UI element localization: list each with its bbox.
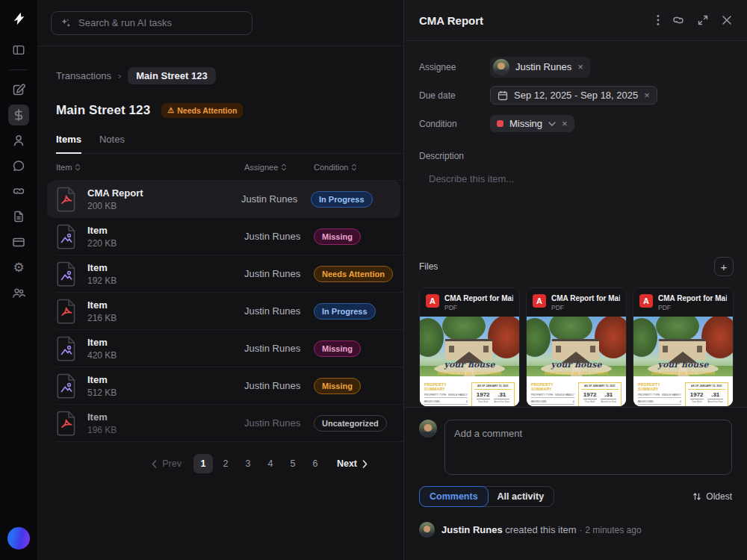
table-row[interactable]: Item216 KB Justin Runes In Progress bbox=[56, 293, 403, 330]
activity-user: Justin Runes bbox=[441, 524, 503, 535]
column-header-condition[interactable]: Condition bbox=[314, 163, 397, 172]
tab-items[interactable]: Items bbox=[56, 134, 81, 154]
sidebar-item-documents[interactable] bbox=[8, 206, 29, 227]
kebab-menu-icon[interactable] bbox=[657, 14, 660, 26]
adobe-pdf-icon: A bbox=[639, 294, 653, 308]
description-label: Description bbox=[419, 151, 734, 161]
files-label: Files bbox=[419, 261, 438, 272]
panel-toggle-icon[interactable] bbox=[8, 40, 29, 60]
table-row[interactable]: Item512 KB Justin Runes Missing bbox=[56, 367, 403, 405]
sort-order-button[interactable]: Oldest bbox=[692, 491, 732, 502]
assignee-chip[interactable]: Justin Runes × bbox=[490, 57, 590, 78]
breadcrumb-separator: › bbox=[118, 70, 121, 81]
condition-badge: Missing bbox=[314, 228, 361, 245]
tab-comments[interactable]: Comments bbox=[419, 486, 489, 507]
add-file-button[interactable]: + bbox=[714, 257, 734, 276]
pdf-thumbnail: your house 2866 KESSLER DR CITY, ST 5555… bbox=[527, 317, 626, 407]
activity-avatar bbox=[419, 522, 435, 538]
row-assignee: Justin Runes bbox=[244, 417, 314, 429]
breadcrumb-parent[interactable]: Transactions bbox=[56, 70, 111, 81]
pdf-file-icon bbox=[56, 299, 77, 324]
app-sidebar: ⚙ bbox=[0, 0, 37, 560]
description-input[interactable]: Describe this item... bbox=[419, 161, 734, 257]
compose-icon[interactable] bbox=[8, 79, 29, 100]
description-placeholder: Describe this item... bbox=[429, 173, 734, 184]
activity-entry: Justin Runes created this item · 2 minut… bbox=[419, 522, 732, 538]
page-button-3[interactable]: 3 bbox=[238, 454, 258, 473]
table-row[interactable]: Item192 KB Justin Runes Needs Attention bbox=[56, 255, 403, 293]
copy-link-icon[interactable] bbox=[672, 14, 684, 26]
chevron-down-icon[interactable] bbox=[548, 122, 556, 126]
tab-notes[interactable]: Notes bbox=[99, 134, 125, 153]
sort-icon bbox=[351, 164, 357, 171]
breadcrumb: Transactions › Main Street 123 bbox=[56, 67, 403, 84]
assignee-label: Assignee bbox=[419, 62, 490, 72]
page-button-5[interactable]: 5 bbox=[283, 454, 303, 473]
row-assignee: Justin Runes bbox=[244, 268, 314, 279]
row-assignee: Justin Runes bbox=[244, 343, 314, 354]
chevron-right-icon bbox=[362, 460, 368, 468]
next-page-button[interactable]: Next bbox=[337, 458, 368, 469]
condition-chip[interactable]: Missing × bbox=[490, 115, 574, 132]
breadcrumb-current[interactable]: Main Street 123 bbox=[128, 67, 215, 84]
due-date-chip[interactable]: Sep 12, 2025 - Sep 18, 2025 × bbox=[490, 86, 657, 105]
table-header: Item Assignee Condition bbox=[56, 154, 403, 181]
page-button-2[interactable]: 2 bbox=[216, 454, 235, 473]
user-avatar[interactable] bbox=[7, 527, 30, 550]
remove-assignee-icon[interactable]: × bbox=[577, 62, 583, 72]
comment-input[interactable] bbox=[444, 420, 732, 475]
sidebar-item-chat[interactable] bbox=[8, 155, 29, 176]
page-button-4[interactable]: 4 bbox=[261, 454, 280, 473]
activity-filter: Comments All activity bbox=[419, 486, 554, 507]
sidebar-item-team[interactable] bbox=[8, 282, 29, 303]
file-card[interactable]: A CMA Report for Main Street... PDF your… bbox=[419, 287, 520, 407]
table-row[interactable]: Item220 KB Justin Runes Missing bbox=[56, 218, 403, 255]
search-input[interactable] bbox=[78, 17, 244, 28]
sidebar-item-contacts[interactable] bbox=[8, 130, 29, 151]
row-assignee: Justin Runes bbox=[244, 231, 314, 242]
pdf-file-icon bbox=[56, 187, 77, 212]
remove-due-date-icon[interactable]: × bbox=[644, 90, 650, 100]
row-assignee: Justin Runes bbox=[241, 193, 311, 205]
pagination: Prev 1 2 3 4 5 6 Next bbox=[56, 454, 368, 473]
tab-all-activity[interactable]: All activity bbox=[488, 487, 554, 506]
column-header-assignee[interactable]: Assignee bbox=[244, 163, 314, 172]
page-button-6[interactable]: 6 bbox=[306, 454, 325, 473]
expand-icon[interactable] bbox=[697, 14, 709, 26]
prev-page-button[interactable]: Prev bbox=[152, 458, 182, 469]
condition-label: Condition bbox=[419, 119, 490, 129]
sidebar-item-links[interactable] bbox=[8, 181, 29, 202]
file-card[interactable]: A CMA Report for Main Street... PDF your… bbox=[633, 287, 734, 407]
settings-gear-icon[interactable]: ⚙ bbox=[8, 257, 29, 278]
file-cards: A CMA Report for Main Street... PDF your… bbox=[419, 287, 734, 407]
column-header-item[interactable]: Item bbox=[56, 163, 244, 172]
missing-status-dot bbox=[497, 120, 503, 127]
row-assignee: Justin Runes bbox=[244, 380, 314, 391]
table-row[interactable]: Item196 KB Justin Runes Uncategorized bbox=[56, 405, 403, 442]
image-file-icon bbox=[56, 261, 77, 287]
page-button-1[interactable]: 1 bbox=[193, 454, 213, 473]
sidebar-item-cards[interactable] bbox=[8, 231, 29, 252]
condition-badge: Missing bbox=[314, 378, 361, 394]
calendar-icon bbox=[498, 90, 508, 101]
condition-badge: In Progress bbox=[311, 191, 373, 208]
close-icon[interactable] bbox=[722, 15, 732, 25]
ai-search-bar[interactable] bbox=[51, 11, 252, 35]
table-row[interactable]: Item420 KB Justin Runes Missing bbox=[56, 330, 403, 367]
image-file-icon bbox=[56, 224, 77, 249]
pdf-file-icon bbox=[56, 411, 77, 436]
assignee-avatar bbox=[493, 59, 509, 75]
table-row[interactable]: CMA Report200 KB Justin Runes In Progres… bbox=[47, 181, 400, 218]
activity-action: created this item bbox=[505, 524, 576, 535]
app-logo-icon[interactable] bbox=[9, 9, 28, 28]
condition-badge: Needs Attention bbox=[314, 266, 393, 282]
file-card[interactable]: A CMA Report for Main Street... PDF your… bbox=[526, 287, 627, 407]
activity-timestamp: 2 minutes ago bbox=[585, 525, 641, 535]
sidebar-divider bbox=[10, 69, 28, 70]
condition-badge: Uncategorized bbox=[314, 415, 387, 432]
sort-arrows-icon bbox=[692, 492, 701, 501]
sparkle-icon bbox=[60, 17, 72, 29]
sidebar-item-transactions[interactable] bbox=[8, 105, 29, 125]
current-user-avatar bbox=[419, 420, 437, 438]
remove-condition-icon[interactable]: × bbox=[562, 119, 568, 128]
